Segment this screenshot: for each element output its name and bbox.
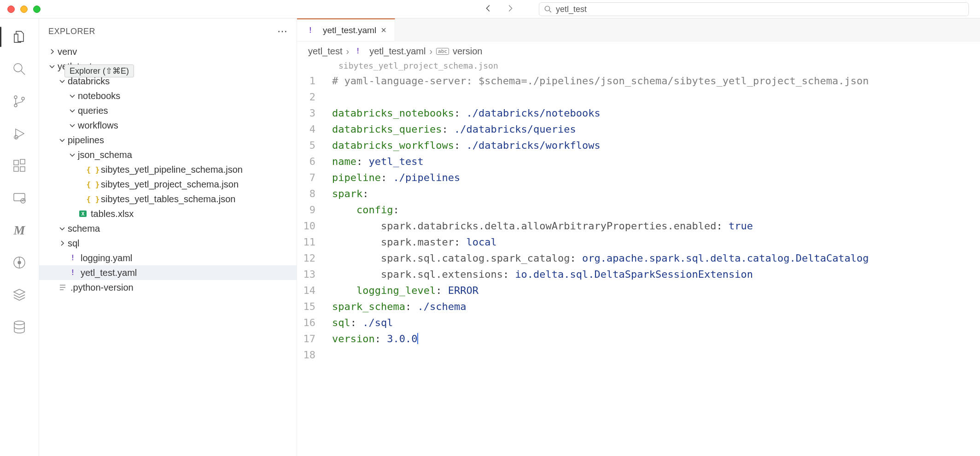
tree-item-label: venv (58, 47, 77, 57)
line-number: 17 (297, 331, 332, 347)
breadcrumb-folder[interactable]: yetl_test (308, 46, 342, 57)
breadcrumbs[interactable]: yetl_test › ! yetl_test.yaml › abc versi… (297, 41, 980, 61)
tree-item-label: schema (68, 223, 100, 234)
breadcrumb-file[interactable]: yetl_test.yaml (369, 46, 426, 57)
code-line[interactable]: 4databricks_queries: ./databricks/querie… (297, 121, 980, 137)
activity-git-graph[interactable] (11, 254, 28, 271)
folder-row[interactable]: notebooks (39, 88, 297, 103)
code-line[interactable]: 6name: yetl_test (297, 153, 980, 170)
code-line[interactable]: 9 config: (297, 202, 980, 218)
maximize-window-button[interactable] (33, 6, 41, 13)
breadcrumb-symbol[interactable]: version (453, 46, 482, 57)
code-line[interactable]: 18 (297, 347, 980, 363)
code-line[interactable]: 10 spark.databricks.delta.allowArbitrary… (297, 218, 980, 234)
file-row[interactable]: { }sibytes_yetl_pipeline_schema.json (39, 162, 297, 177)
code-text: databricks_queries: ./databricks/queries (332, 121, 576, 137)
tree-item-label: pipelines (68, 135, 104, 146)
code-text: logging_level: ERROR (332, 282, 478, 298)
line-number: 5 (297, 137, 332, 153)
code-line[interactable]: 15spark_schema: ./schema (297, 298, 980, 315)
tree-item-label: logging.yaml (81, 253, 132, 263)
yaml-icon: ! (68, 268, 78, 278)
folder-row[interactable]: pipelines (39, 133, 297, 147)
folder-row[interactable]: json_schema (39, 147, 297, 162)
folder-row[interactable]: sql (39, 236, 297, 251)
nav-arrows (484, 3, 515, 15)
activity-custom-m[interactable]: M (11, 222, 28, 239)
code-text: # yaml-language-server: $schema=./pipeli… (332, 73, 869, 89)
json-icon: { } (88, 194, 98, 204)
file-row[interactable]: Xtables.xlsx (39, 206, 297, 221)
activity-explorer[interactable] (11, 29, 28, 45)
svg-point-0 (545, 6, 550, 11)
code-line[interactable]: 17version: 3.0.0 (297, 331, 980, 347)
file-row[interactable]: !logging.yaml (39, 251, 297, 265)
tab-yetl-test-yaml[interactable]: ! yetl_test.yaml × (297, 18, 395, 41)
code-line[interactable]: 8spark: (297, 186, 980, 202)
line-number: 6 (297, 153, 332, 170)
symbol-string-icon: abc (436, 48, 449, 55)
chevron-down-icon (68, 91, 77, 100)
code-line[interactable]: 5databricks_workflows: ./databricks/work… (297, 137, 980, 153)
file-row[interactable]: !yetl_test.yaml (39, 265, 297, 280)
code-line[interactable]: 16sql: ./sql (297, 315, 980, 331)
folder-row[interactable]: workflows (39, 118, 297, 133)
nav-forward-button[interactable] (505, 3, 515, 15)
explorer-more-button[interactable]: ⋯ (277, 25, 287, 37)
code-text: spark: (332, 186, 368, 202)
activity-stack[interactable] (11, 286, 28, 303)
tree-item-label: sibytes_yetl_tables_schema.json (101, 194, 235, 205)
yaml-icon: ! (305, 25, 315, 35)
chevron-right-icon: › (346, 46, 349, 57)
chevron-down-icon (68, 106, 77, 115)
activity-run-debug[interactable] (11, 125, 28, 142)
nav-back-button[interactable] (484, 3, 494, 15)
line-number: 18 (297, 347, 332, 363)
json-icon: { } (88, 164, 98, 175)
code-text: name: yetl_test (332, 153, 424, 170)
code-line[interactable]: 11 spark.master: local (297, 234, 980, 250)
tree-item-label: sibytes_yetl_pipeline_schema.json (101, 164, 243, 175)
code-editor[interactable]: 1# yaml-language-server: $schema=./pipel… (297, 73, 980, 363)
code-line[interactable]: 1# yaml-language-server: $schema=./pipel… (297, 73, 980, 89)
svg-rect-6 (14, 160, 18, 165)
tree-item-label: .python-version (70, 282, 134, 293)
activity-database[interactable] (11, 319, 28, 335)
yaml-icon: ! (68, 253, 78, 263)
tab-close-button[interactable]: × (381, 25, 386, 35)
code-line[interactable]: 14 logging_level: ERROR (297, 282, 980, 298)
tree-item-label: yetl_test.yaml (81, 268, 137, 278)
command-center-search[interactable]: yetl_test (539, 2, 969, 16)
tab-strip: ! yetl_test.yaml × (297, 18, 980, 41)
editor-area: ! yetl_test.yaml × yetl_test › ! yetl_te… (297, 18, 980, 456)
file-tree[interactable]: venvyetl_testdatabricksnotebooksqueriesw… (39, 44, 297, 456)
line-number: 8 (297, 186, 332, 202)
activity-search[interactable] (11, 61, 28, 77)
activity-extensions[interactable] (11, 158, 28, 174)
svg-point-13 (18, 261, 21, 264)
file-row[interactable]: { }sibytes_yetl_project_schema.json (39, 177, 297, 192)
line-number: 9 (297, 202, 332, 218)
code-line[interactable]: 3databricks_notebooks: ./databricks/note… (297, 105, 980, 121)
folder-row[interactable]: queries (39, 103, 297, 118)
code-line[interactable]: 13 spark.sql.extensions: io.delta.sql.De… (297, 266, 980, 282)
file-row[interactable]: { }sibytes_yetl_tables_schema.json (39, 192, 297, 206)
tab-label: yetl_test.yaml (323, 25, 376, 35)
folder-row[interactable]: venv (39, 44, 297, 59)
chevron-down-icon (68, 150, 77, 159)
line-number: 13 (297, 266, 332, 282)
schema-hint: sibytes_yetl_project_schema.json (297, 61, 980, 73)
code-line[interactable]: 7pipeline: ./pipelines (297, 170, 980, 186)
activity-bar: M (0, 18, 39, 456)
extensions-icon (12, 158, 27, 173)
activity-source-control[interactable] (11, 93, 28, 110)
code-line[interactable]: 2 (297, 89, 980, 105)
close-window-button[interactable] (7, 6, 15, 13)
minimize-window-button[interactable] (20, 6, 28, 13)
folder-row[interactable]: schema (39, 221, 297, 236)
line-number: 1 (297, 73, 332, 89)
code-line[interactable]: 12 spark.sql.catalog.spark_catalog: org.… (297, 250, 980, 266)
activity-remote[interactable] (11, 190, 28, 206)
svg-point-1 (14, 64, 22, 72)
file-row[interactable]: .python-version (39, 280, 297, 295)
